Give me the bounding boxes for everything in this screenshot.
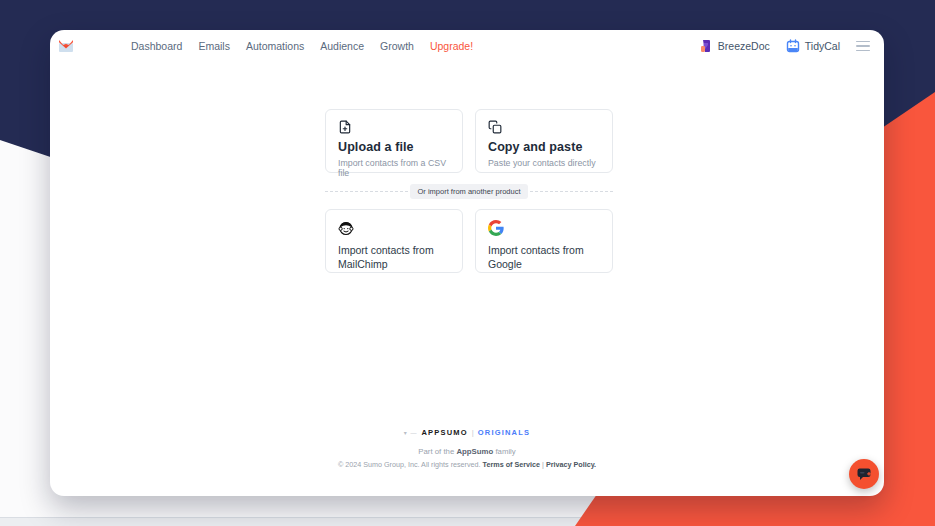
nav-item-emails[interactable]: Emails: [198, 40, 230, 52]
nav-item-growth[interactable]: Growth: [380, 40, 414, 52]
footer: ▾ — APPSUMO | ORIGINALS Part of the AppS…: [50, 428, 884, 469]
breezedoc-icon: [699, 39, 713, 53]
copy-paste-card[interactable]: Copy and paste Paste your contacts direc…: [475, 109, 613, 173]
upload-file-title: Upload a file: [338, 140, 450, 154]
copy-paste-subtitle: Paste your contacts directly: [488, 158, 600, 168]
nav-item-audience[interactable]: Audience: [320, 40, 364, 52]
family-prefix: Part of the: [418, 447, 456, 456]
copyright-text: © 2024 Sumo Group, Inc. All rights reser…: [338, 460, 483, 469]
wordmark-separator: |: [472, 428, 474, 437]
copy-icon: [488, 120, 502, 134]
main-app-card: Dashboard Emails Automations Audience Gr…: [50, 30, 884, 496]
nav-right-group: BreezeDoc TidyCal: [699, 39, 870, 54]
breezedoc-label: BreezeDoc: [718, 40, 770, 52]
fox-envelope-icon: [58, 38, 74, 54]
breezedoc-link[interactable]: BreezeDoc: [699, 39, 770, 53]
mailchimp-import-label: Import contacts from MailChimp: [338, 243, 450, 271]
copy-paste-title: Copy and paste: [488, 140, 600, 154]
family-appsumo: AppSumo: [456, 447, 493, 456]
nav-links: Dashboard Emails Automations Audience Gr…: [131, 40, 473, 52]
appsumo-brand-line[interactable]: ▾ — APPSUMO | ORIGINALS: [50, 428, 884, 437]
hamburger-menu-icon[interactable]: [856, 39, 870, 54]
import-divider: Or import from another product: [325, 183, 613, 199]
sendfox-logo[interactable]: [58, 38, 76, 54]
nav-item-upgrade[interactable]: Upgrade!: [430, 40, 473, 52]
nav-item-dashboard[interactable]: Dashboard: [131, 40, 182, 52]
terms-of-service-link[interactable]: Terms of Service: [483, 460, 540, 469]
chat-bubble-icon: [856, 466, 872, 482]
chat-launcher-button[interactable]: [849, 459, 879, 489]
mailchimp-import-card[interactable]: Import contacts from MailChimp: [325, 209, 463, 273]
family-suffix: family: [493, 447, 516, 456]
mailchimp-icon: [338, 220, 354, 236]
google-icon: [488, 220, 504, 236]
appsumo-wordmark: APPSUMO: [421, 428, 467, 437]
originals-wordmark: ORIGINALS: [478, 428, 530, 437]
file-plus-icon: [338, 120, 352, 134]
upload-file-subtitle: Import contacts from a CSV file: [338, 158, 450, 178]
top-navigation: Dashboard Emails Automations Audience Gr…: [50, 30, 884, 62]
copyright-line: © 2024 Sumo Group, Inc. All rights reser…: [50, 460, 884, 469]
upload-file-card[interactable]: Upload a file Import contacts from a CSV…: [325, 109, 463, 173]
nav-item-automations[interactable]: Automations: [246, 40, 304, 52]
family-line: Part of the AppSumo family: [50, 447, 884, 456]
google-import-card[interactable]: Import contacts from Google: [475, 209, 613, 273]
tidycal-calendar-icon: [786, 39, 800, 53]
privacy-policy-link[interactable]: Privacy Policy.: [546, 460, 596, 469]
tidycal-label: TidyCal: [805, 40, 840, 52]
divider-label: Or import from another product: [410, 184, 529, 199]
google-import-label: Import contacts from Google: [488, 243, 600, 271]
taco-icon: ▾ —: [404, 429, 418, 436]
tidycal-link[interactable]: TidyCal: [786, 39, 840, 53]
